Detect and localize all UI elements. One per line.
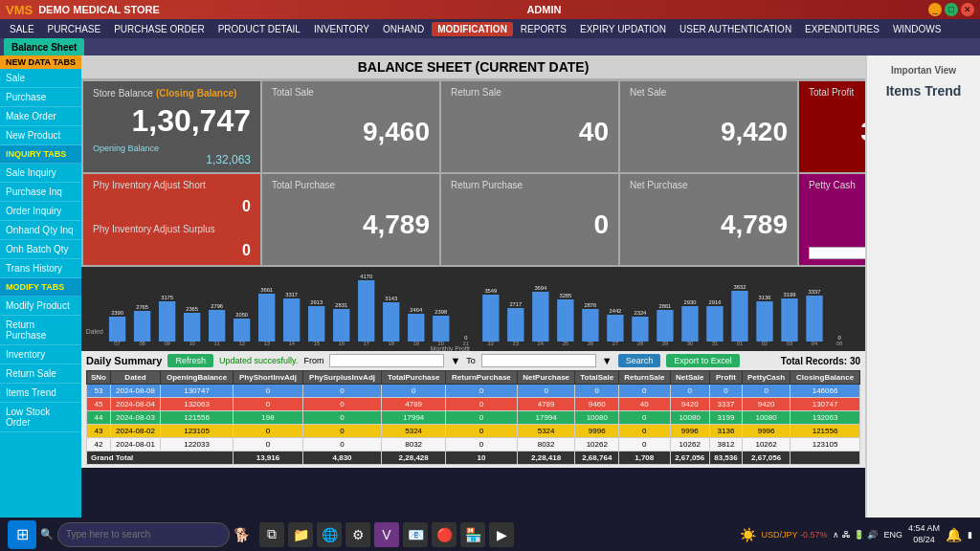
svg-rect-34 bbox=[383, 302, 399, 342]
svg-text:2796: 2796 bbox=[211, 303, 224, 309]
svg-text:3136: 3136 bbox=[759, 295, 772, 300]
taskbar-icon-folder[interactable]: 📁 bbox=[288, 522, 313, 547]
menu-product-detail[interactable]: PRODUCT DETAIL bbox=[212, 22, 306, 36]
menu-sale[interactable]: SALE bbox=[4, 22, 40, 36]
table-row[interactable]: 432024-08-021231050053240532499960999631… bbox=[87, 425, 860, 438]
svg-text:Dated: Dated bbox=[86, 328, 103, 335]
taskbar-dog-icon: 🐕 bbox=[234, 527, 250, 542]
menu-modification[interactable]: MODIFICATION bbox=[432, 22, 513, 36]
taskbar-icon-media[interactable]: ▶ bbox=[489, 522, 514, 547]
svg-text:2464: 2464 bbox=[410, 307, 423, 313]
svg-rect-49 bbox=[507, 308, 523, 342]
sidebar-item-make-order[interactable]: Make Order bbox=[0, 107, 81, 126]
taskbar-app-icons: ⧉ 📁 🌐 ⚙ V 📧 🔴 🏪 ▶ bbox=[259, 522, 514, 547]
sidebar-item-new-product[interactable]: New Product bbox=[0, 126, 81, 145]
svg-text:2365: 2365 bbox=[186, 306, 199, 312]
svg-rect-52 bbox=[532, 292, 548, 342]
svg-text:01: 01 bbox=[737, 341, 743, 346]
svg-text:2831: 2831 bbox=[335, 302, 347, 308]
sidebar-item-sale-inquiry[interactable]: Sale Inquiry bbox=[0, 164, 81, 183]
menu-user-auth[interactable]: USER AUTHENTICATION bbox=[674, 22, 797, 36]
svg-text:17: 17 bbox=[364, 341, 369, 346]
search-icon: 🔍 bbox=[40, 528, 54, 540]
user-label: ADMIN bbox=[526, 4, 561, 15]
svg-text:18: 18 bbox=[389, 341, 395, 346]
sidebar-item-onhand-qty[interactable]: Onhand Qty Inq bbox=[0, 221, 81, 240]
total-sale-value: 9,460 bbox=[272, 117, 430, 147]
tab-bar: Balance Sheet bbox=[0, 38, 980, 55]
start-button[interactable]: ⊞ bbox=[8, 520, 36, 549]
sidebar-item-sale[interactable]: Sale bbox=[0, 69, 81, 88]
svg-text:19: 19 bbox=[413, 341, 419, 346]
taskbar-icon-task-view[interactable]: ⧉ bbox=[259, 522, 284, 547]
sidebar-item-trans-history[interactable]: Trans History bbox=[0, 259, 81, 278]
export-button[interactable]: Export to Excel bbox=[666, 354, 740, 367]
taskbar-icon-store[interactable]: 🏪 bbox=[460, 522, 485, 547]
petty-cash-date-input[interactable]: 2024-08-04 bbox=[809, 247, 865, 259]
taskbar-icon-app2[interactable]: 📧 bbox=[403, 522, 428, 547]
svg-text:3175: 3175 bbox=[161, 295, 174, 300]
to-label: To bbox=[466, 356, 476, 365]
menu-windows[interactable]: WINDOWS bbox=[887, 22, 947, 36]
important-view-label: Importan View bbox=[891, 65, 956, 76]
sidebar-item-purchase-inq[interactable]: Purchase Inq bbox=[0, 183, 81, 202]
svg-text:29: 29 bbox=[662, 341, 668, 346]
svg-rect-7 bbox=[159, 301, 175, 342]
maximize-button[interactable]: □ bbox=[945, 3, 958, 16]
svg-text:3285: 3285 bbox=[559, 293, 572, 298]
opening-balance-label: Opening Balance bbox=[93, 143, 251, 153]
to-date-input[interactable]: 2024-08-08 bbox=[481, 354, 596, 367]
minimize-button[interactable]: _ bbox=[928, 3, 942, 16]
stats-grid: Store Balance (Closing Balance) 1,30,747… bbox=[81, 79, 865, 267]
taskbar-icon-chrome[interactable]: 🔴 bbox=[432, 522, 457, 547]
date-dropdown-icon-from[interactable]: ▼ bbox=[450, 355, 460, 366]
svg-rect-16 bbox=[234, 319, 250, 342]
tab-balance-sheet[interactable]: Balance Sheet bbox=[4, 38, 84, 55]
from-date-input[interactable]: 2024-08-08 bbox=[329, 354, 444, 367]
table-row[interactable]: 452024-08-041320630047890478994604094203… bbox=[87, 398, 860, 411]
sidebar-item-low-stock[interactable]: Low Stock Order bbox=[0, 403, 81, 432]
taskbar-icon-settings[interactable]: ⚙ bbox=[345, 522, 370, 547]
desktop-button[interactable]: ▮ bbox=[968, 530, 972, 540]
search-button[interactable]: Search bbox=[618, 354, 661, 367]
sidebar-item-order-inquiry[interactable]: Order Inquiry bbox=[0, 202, 81, 221]
menu-purchase[interactable]: PURCHASE bbox=[42, 22, 107, 36]
menu-purchase-order[interactable]: PURCHASE ORDER bbox=[108, 22, 210, 36]
sidebar-item-inventory[interactable]: Inventory bbox=[0, 345, 81, 364]
taskbar-icon-browser1[interactable]: 🌐 bbox=[317, 522, 342, 547]
refresh-button[interactable]: Refresh bbox=[167, 354, 213, 367]
taskbar-search-input[interactable] bbox=[57, 522, 230, 547]
menu-bar: SALE PURCHASE PURCHASE ORDER PRODUCT DET… bbox=[0, 19, 980, 38]
close-button[interactable]: ✕ bbox=[961, 3, 974, 16]
date-dropdown-icon-to[interactable]: ▼ bbox=[602, 355, 612, 366]
menu-reports[interactable]: REPORTS bbox=[515, 22, 572, 36]
svg-rect-1 bbox=[109, 317, 125, 342]
taskbar-right: ☀️ USD/JPY -0.57% ∧ 🖧 🔋 🔊 ENG 4:54 AM 08… bbox=[740, 523, 972, 545]
sidebar-item-purchase[interactable]: Purchase bbox=[0, 88, 81, 107]
svg-text:04: 04 bbox=[812, 341, 818, 346]
svg-text:25: 25 bbox=[563, 341, 569, 346]
window-controls: _ □ ✕ bbox=[928, 3, 974, 16]
stat-petty-cash: Petty Cash 9420 2024-08-04 ▼ Update bbox=[799, 174, 865, 265]
svg-rect-85 bbox=[806, 296, 822, 342]
svg-text:11: 11 bbox=[213, 341, 219, 346]
table-row[interactable]: 442024-08-031215561980179940179941008001… bbox=[87, 411, 860, 425]
table-row[interactable]: 532024-08-081307470000000000146066 bbox=[87, 385, 860, 398]
taskbar-icon-vs[interactable]: V bbox=[374, 522, 399, 547]
store-balance-label: Store Balance bbox=[93, 88, 153, 99]
stat-store-balance: Store Balance (Closing Balance) 1,30,747… bbox=[83, 81, 260, 172]
svg-rect-79 bbox=[756, 301, 772, 342]
table-row[interactable]: 422024-08-011220330080320803210262010262… bbox=[87, 438, 860, 452]
main-content: BALANCE SHEET (CURRENT DATE) Store Balan… bbox=[81, 55, 865, 518]
sidebar-item-return-purchase[interactable]: Return Purchase bbox=[0, 316, 81, 345]
menu-onhand[interactable]: ONHAND bbox=[377, 22, 430, 36]
svg-rect-46 bbox=[482, 295, 499, 342]
menu-expenditures[interactable]: EXPENDITURES bbox=[799, 22, 885, 36]
sidebar-item-return-sale[interactable]: Return Sale bbox=[0, 364, 81, 384]
sidebar-item-items-trend[interactable]: Items Trend bbox=[0, 384, 81, 403]
menu-inventory[interactable]: INVENTORY bbox=[308, 22, 375, 36]
sidebar-item-modify-product[interactable]: Modify Product bbox=[0, 297, 81, 316]
menu-expiry[interactable]: EXPIRY UPDATION bbox=[574, 22, 672, 36]
sidebar-item-onh-batch[interactable]: Onh Batch Qty bbox=[0, 240, 81, 259]
items-trend-link[interactable]: Items Trend bbox=[886, 83, 962, 99]
